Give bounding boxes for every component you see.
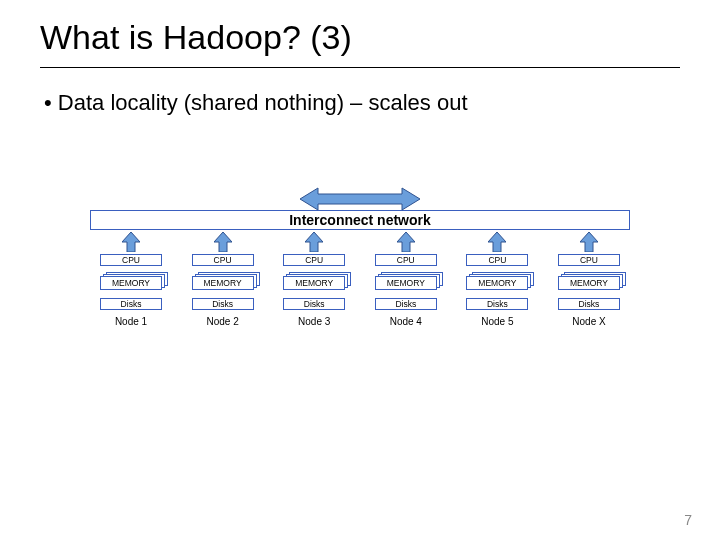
node-label: Node 3 <box>298 316 330 327</box>
memory-box: MEMORY <box>192 276 254 290</box>
svg-marker-5 <box>488 232 506 252</box>
disks-box: Disks <box>375 298 437 310</box>
node-column: CPUMEMORYDisksNode X <box>548 232 630 327</box>
cpu-box: CPU <box>192 254 254 266</box>
memory-box: MEMORY <box>100 276 162 290</box>
svg-marker-2 <box>214 232 232 252</box>
cpu-box: CPU <box>283 254 345 266</box>
node-label: Node X <box>572 316 605 327</box>
disks-box: Disks <box>192 298 254 310</box>
node-column: CPUMEMORYDisksNode 1 <box>90 232 172 327</box>
page-number: 7 <box>684 512 692 528</box>
disks-box: Disks <box>558 298 620 310</box>
svg-marker-0 <box>300 188 420 210</box>
up-arrow-icon <box>397 232 415 252</box>
up-arrow-icon <box>488 232 506 252</box>
node-label: Node 4 <box>390 316 422 327</box>
node-column: CPUMEMORYDisksNode 4 <box>365 232 447 327</box>
memory-box: MEMORY <box>283 276 345 290</box>
cpu-box: CPU <box>558 254 620 266</box>
memory-stack: MEMORY <box>558 272 620 288</box>
svg-marker-3 <box>305 232 323 252</box>
memory-stack: MEMORY <box>192 272 254 288</box>
memory-box: MEMORY <box>466 276 528 290</box>
bidirectional-arrow-icon <box>300 186 420 212</box>
node-label: Node 1 <box>115 316 147 327</box>
node-column: CPUMEMORYDisksNode 3 <box>273 232 355 327</box>
svg-marker-4 <box>397 232 415 252</box>
up-arrow-icon <box>214 232 232 252</box>
node-label: Node 5 <box>481 316 513 327</box>
cpu-box: CPU <box>100 254 162 266</box>
disks-box: Disks <box>100 298 162 310</box>
interconnect-network-box: Interconnect network <box>90 210 630 230</box>
memory-box: MEMORY <box>375 276 437 290</box>
disks-box: Disks <box>466 298 528 310</box>
svg-marker-6 <box>580 232 598 252</box>
memory-stack: MEMORY <box>100 272 162 288</box>
cpu-box: CPU <box>466 254 528 266</box>
memory-stack: MEMORY <box>375 272 437 288</box>
svg-marker-1 <box>122 232 140 252</box>
slide-container: What is Hadoop? (3) Data locality (share… <box>0 0 720 327</box>
node-column: CPUMEMORYDisksNode 5 <box>456 232 538 327</box>
slide-title: What is Hadoop? (3) <box>40 18 680 68</box>
up-arrow-icon <box>580 232 598 252</box>
memory-stack: MEMORY <box>466 272 528 288</box>
node-column: CPUMEMORYDisksNode 2 <box>182 232 264 327</box>
bullet-text: Data locality (shared nothing) – scales … <box>44 90 680 116</box>
diagram: Interconnect network CPUMEMORYDisksNode … <box>40 186 680 327</box>
cpu-box: CPU <box>375 254 437 266</box>
nodes-row: CPUMEMORYDisksNode 1CPUMEMORYDisksNode 2… <box>90 232 630 327</box>
node-label: Node 2 <box>206 316 238 327</box>
disks-box: Disks <box>283 298 345 310</box>
up-arrow-icon <box>122 232 140 252</box>
up-arrow-icon <box>305 232 323 252</box>
memory-box: MEMORY <box>558 276 620 290</box>
memory-stack: MEMORY <box>283 272 345 288</box>
